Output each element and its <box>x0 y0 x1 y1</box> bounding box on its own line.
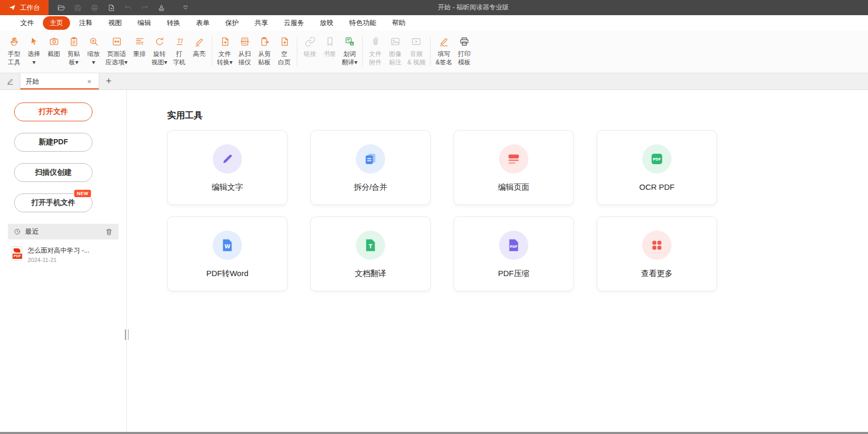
annotate-pen-button[interactable] <box>0 73 20 89</box>
close-tab-button[interactable]: × <box>85 77 94 86</box>
menu-tab[interactable]: 特色功能 <box>342 16 383 30</box>
group-separator <box>297 37 297 66</box>
ribbon-tool-label: 划词 翻译▾ <box>342 50 357 66</box>
blank-page-icon <box>279 36 290 47</box>
content-area: 打开文件 新建PDF 扫描仪创建 打开手机文件 NEW <box>0 90 868 434</box>
highlighter-icon <box>194 36 205 47</box>
trash-icon <box>105 228 113 236</box>
ribbon-tool[interactable]: 截图 <box>44 35 64 60</box>
tool-card-label: PDF压缩 <box>498 269 529 279</box>
sidebar-button-label: 打开手机文件 <box>31 198 75 207</box>
tool-card[interactable]: PDF压缩 <box>454 216 574 291</box>
menu-tab[interactable]: 表单 <box>189 16 216 30</box>
menu-tab[interactable]: 共享 <box>248 16 275 30</box>
menu-tab[interactable]: 主页 <box>43 16 70 30</box>
ribbon-tool[interactable]: 打印 模板 <box>454 35 474 67</box>
grid-more-icon <box>649 237 665 253</box>
ribbon-tool-label: 剪贴 板▾ <box>67 50 80 66</box>
window-title: 开始 - 福昕阅读器专业版 <box>437 0 508 15</box>
menu-tab[interactable]: 注释 <box>72 16 99 30</box>
tool-card-icon-circle <box>213 144 242 174</box>
translate-doc-icon <box>363 237 378 253</box>
ribbon-tool-label: 高亮 <box>193 50 205 59</box>
quick-action-button[interactable] <box>70 0 86 15</box>
tool-card[interactable]: OCR PDF <box>597 130 717 205</box>
ribbon-tool[interactable]: 链接 <box>300 35 320 60</box>
clear-recent-button[interactable] <box>105 228 113 236</box>
recent-file-item[interactable]: PDF 怎么面对高中学习 -... 2024-11-21 <box>0 239 126 263</box>
menu-tab[interactable]: 文件 <box>14 16 41 30</box>
ribbon-tool[interactable]: 书签 <box>320 35 340 60</box>
quick-action-button[interactable] <box>136 0 153 15</box>
tool-card[interactable]: PDF转Word <box>167 216 287 291</box>
menu-tab[interactable]: 云服务 <box>277 16 311 30</box>
splitter-handle[interactable] <box>125 329 129 340</box>
tool-card[interactable]: 查看更多 <box>597 216 717 291</box>
ribbon-tool[interactable]: 剪贴 板▾ <box>64 35 84 67</box>
ribbon-tool[interactable]: 从剪 贴板 <box>254 35 274 67</box>
ribbon-tool[interactable]: 从扫 描仪 <box>235 35 254 67</box>
tab-start-page[interactable]: 开始 × <box>20 73 99 89</box>
sidebar-action-button[interactable]: 扫描仪创建 <box>14 163 92 182</box>
tool-card[interactable]: 文档翻译 <box>310 216 431 291</box>
tool-card-icon-circle <box>642 144 672 174</box>
ribbon-tool[interactable]: 页面适 应选项▾ <box>103 35 130 67</box>
titlebar: 工作台 <box>0 0 868 15</box>
menu-tab[interactable]: 保护 <box>218 16 246 30</box>
quick-action-button[interactable] <box>177 0 194 15</box>
quick-action-button[interactable] <box>120 0 136 15</box>
tool-card[interactable]: 编辑页面 <box>454 130 574 205</box>
scanner-icon <box>239 36 250 47</box>
ribbon-tool[interactable]: 文件 附件 <box>365 35 385 67</box>
menu-tab[interactable]: 放映 <box>313 16 340 30</box>
sidebar-action-button[interactable]: 新建PDF <box>14 133 92 152</box>
quick-action-button[interactable] <box>53 0 70 15</box>
menu-tab[interactable]: 编辑 <box>131 16 158 30</box>
ribbon-tool[interactable]: 缩放 ▾ <box>84 35 103 67</box>
ribbon-tool[interactable]: 空 白页 <box>274 35 294 67</box>
recent-header-label: 最近 <box>25 227 39 236</box>
quick-action-button[interactable] <box>153 0 170 15</box>
tool-card-label: PDF转Word <box>206 269 249 279</box>
workspace-label: 工作台 <box>20 3 40 13</box>
recent-section-header: 最近 <box>8 224 119 239</box>
ribbon-tool[interactable]: 高亮 <box>189 35 209 60</box>
tools-grid: 编辑文字 拆分/合并 编辑页面 <box>167 130 868 291</box>
tool-card-icon-circle <box>499 231 528 260</box>
bookmark-icon <box>325 36 335 47</box>
quick-action-button[interactable] <box>103 0 120 15</box>
ribbon-tool[interactable]: 音频 & 视频 <box>405 35 427 67</box>
window-bottom-edge <box>0 432 868 434</box>
ribbon-tool[interactable]: 选择 ▾ <box>24 35 44 67</box>
sidebar-action-button[interactable]: 打开文件 <box>14 102 92 121</box>
quick-action-button[interactable] <box>86 0 103 15</box>
ribbon-tool[interactable]: 划词 翻译▾ <box>340 35 360 67</box>
recent-list: PDF 怎么面对高中学习 -... 2024-11-21 <box>0 239 126 263</box>
link-icon <box>305 36 316 47</box>
menu-tab[interactable]: 视图 <box>101 16 129 30</box>
ribbon-tool[interactable]: 旋转 视图▾ <box>149 35 169 67</box>
ribbon-tool-label: 链接 <box>304 50 316 59</box>
ocr-pdf-icon <box>649 151 665 167</box>
tool-card[interactable]: 编辑文字 <box>167 130 287 205</box>
ribbon-tool-label: 文件 转换▾ <box>217 50 233 66</box>
ribbon-tool[interactable]: 填写 &签名 <box>433 35 454 67</box>
ribbon-tool[interactable]: 文件 转换▾ <box>215 35 235 67</box>
group-separator <box>362 37 363 66</box>
sidebar-action-button[interactable]: 打开手机文件 NEW <box>14 193 92 212</box>
menu-tab[interactable]: 转换 <box>160 16 187 30</box>
ribbon-tool-label: 图像 标注 <box>389 50 401 66</box>
workspace-button[interactable]: 工作台 <box>0 0 49 15</box>
ribbon-tool[interactable]: 重排 <box>130 35 149 60</box>
new-tab-button[interactable]: + <box>99 73 118 89</box>
sidebar: 打开文件 新建PDF 扫描仪创建 打开手机文件 NEW <box>0 90 127 434</box>
stamp-icon <box>157 4 166 12</box>
group-separator <box>212 37 212 66</box>
ribbon-tool-label: 空 白页 <box>278 50 291 66</box>
ribbon-tool[interactable]: 图像 标注 <box>385 35 405 67</box>
ribbon-tool[interactable]: 打 字机 <box>169 35 189 67</box>
menu-tab[interactable]: 帮助 <box>385 16 412 30</box>
export-icon <box>107 4 115 12</box>
tool-card[interactable]: 拆分/合并 <box>310 130 431 205</box>
ribbon-tool[interactable]: 手型 工具 <box>4 35 24 67</box>
